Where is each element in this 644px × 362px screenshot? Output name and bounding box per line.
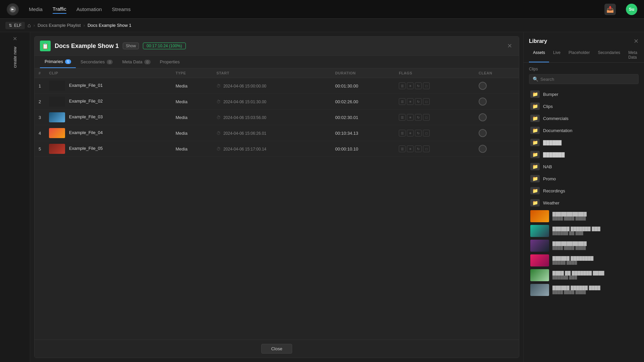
folder-item[interactable]: 📁 Clips: [529, 100, 639, 112]
folder-item[interactable]: 📁 Weather: [529, 197, 639, 209]
media-item[interactable]: ████████████ ████ ████ ████: [529, 238, 639, 253]
home-icon[interactable]: ⌂: [28, 22, 31, 28]
folder-name: Bumper: [543, 92, 558, 97]
flag-icon-1[interactable]: ☰: [399, 82, 406, 89]
flag-icon-1[interactable]: ☰: [399, 114, 406, 121]
breadcrumb-show[interactable]: Docs Example Show 1: [88, 23, 131, 28]
breadcrumb-playlist[interactable]: Docs Example Playlist: [38, 23, 81, 28]
left-panel: ✕ create new: [0, 32, 30, 362]
flag-icon-1[interactable]: ☰: [399, 98, 406, 105]
inbox-button[interactable]: 📥: [604, 4, 616, 15]
folder-item[interactable]: 📁 NAB: [529, 161, 639, 173]
row-duration: 00:02:30.01: [331, 110, 395, 125]
tab-metadata[interactable]: Meta Data 0: [117, 56, 155, 68]
user-avatar[interactable]: Su: [626, 4, 637, 15]
media-thumbnail: [530, 269, 549, 281]
folder-item[interactable]: 📁 ██████: [529, 136, 639, 148]
folder-item[interactable]: 📁 Bumper: [529, 88, 639, 100]
top-navigation: Media Traffic Automation Streams 📥 Su: [0, 0, 644, 19]
media-info: ██████ ███████ ███ ██████ ██ ███: [552, 227, 637, 235]
table-row[interactable]: 5 Example_File_05 Media ⏱ 2024-04-06 15:…: [35, 141, 519, 157]
clean-circle[interactable]: [479, 145, 487, 153]
nav-media[interactable]: Media: [29, 5, 43, 13]
clips-table-container: # CLIP TYPE START DURATION FLAGS CLEAN 1…: [35, 68, 519, 340]
media-name: ████████████: [552, 241, 637, 246]
flag-icon-4[interactable]: □: [423, 98, 430, 105]
media-item[interactable]: ██████ ██████ ████ ████ ████ ████: [529, 283, 639, 297]
media-item[interactable]: ██████ ███████ ███ ██████ ██ ███: [529, 224, 639, 238]
table-row[interactable]: 3 Example_File_03 Media ⏱ 2024-04-06 15:…: [35, 110, 519, 125]
nav-traffic[interactable]: Traffic: [53, 5, 66, 14]
lib-tab-metadata[interactable]: Meta Data: [624, 48, 641, 62]
flag-icon-3[interactable]: ↻: [415, 98, 422, 105]
folder-item[interactable]: 📁 Promo: [529, 173, 639, 185]
row-num: 5: [35, 141, 45, 157]
table-row[interactable]: 1 Example_File_01 Media ⏱ 2024-04-06 15:…: [35, 78, 519, 94]
lib-tab-assets[interactable]: Assets: [529, 48, 549, 62]
clock-icon: ⏱: [216, 131, 221, 136]
clean-circle[interactable]: [479, 82, 487, 90]
show-badge[interactable]: Show: [123, 43, 139, 49]
library-close-button[interactable]: ✕: [634, 38, 639, 45]
clean-circle[interactable]: [479, 98, 487, 106]
row-duration: 00:01:30.00: [331, 78, 395, 94]
folder-item[interactable]: 📁 Documentation: [529, 124, 639, 136]
folder-name: Promo: [543, 176, 556, 181]
media-name: ██████ ████████: [552, 256, 637, 261]
row-type: Media: [172, 94, 213, 110]
media-info: ████████████ ████ ████ ████: [552, 241, 637, 250]
clean-circle[interactable]: [479, 129, 487, 137]
media-detail: ██████ ██ ███: [552, 231, 637, 235]
row-num: 4: [35, 125, 45, 141]
row-clip: Example_File_05: [45, 141, 171, 157]
row-start: ⏱ 2024-04-06 15:00:00.00: [212, 78, 331, 94]
tab-properties[interactable]: Properties: [155, 56, 184, 68]
flag-icon-1[interactable]: ☰: [399, 130, 406, 136]
flag-icon-4[interactable]: □: [423, 82, 430, 89]
flag-icon-4[interactable]: □: [423, 114, 430, 121]
create-new-button[interactable]: create new: [12, 43, 17, 71]
playlist-editor: 📋 Docs Example Show 1 Show 00:17:10.24 (…: [34, 36, 519, 358]
folder-item[interactable]: 📁 Recordings: [529, 185, 639, 197]
media-thumbnail: [530, 210, 549, 222]
flag-icon-2[interactable]: ✳: [407, 145, 414, 152]
flag-icon-4[interactable]: □: [423, 130, 430, 136]
flag-icon-2[interactable]: ✳: [407, 98, 414, 105]
media-thumbnail: [530, 225, 549, 237]
search-input[interactable]: [540, 77, 635, 82]
table-row[interactable]: 4 Example_File_04 Media ⏱ 2024-04-06 15:…: [35, 125, 519, 141]
flag-icon-2[interactable]: ✳: [407, 82, 414, 89]
flag-icon-1[interactable]: ☰: [399, 145, 406, 152]
flag-icon-3[interactable]: ↻: [415, 130, 422, 136]
close-editor-button[interactable]: ✕: [505, 42, 514, 50]
folder-item[interactable]: 📁 ███████: [529, 148, 639, 161]
lib-tab-secondaries[interactable]: Secondaries: [594, 48, 624, 62]
tab-primaries[interactable]: Primaries 5: [40, 56, 76, 68]
nav-automation[interactable]: Automation: [76, 5, 102, 13]
clean-circle[interactable]: [479, 113, 487, 121]
flag-icon-3[interactable]: ↻: [415, 145, 422, 152]
library-content: Clips 🔍 📁 Bumper 📁 Clips 📁 Commercials 📁…: [524, 63, 644, 362]
media-item[interactable]: ████ ██ ███████ ████ ██████ ███: [529, 268, 639, 283]
flag-icon-2[interactable]: ✳: [407, 114, 414, 121]
nav-streams[interactable]: Streams: [112, 5, 131, 13]
lib-tab-placeholder[interactable]: Placeholder: [565, 48, 594, 62]
folder-name: Commercials: [543, 116, 569, 121]
env-selector[interactable]: ⇅ ELF: [5, 22, 25, 29]
folder-item[interactable]: 📁 Commercials: [529, 112, 639, 124]
close-button[interactable]: Close: [261, 344, 292, 354]
row-flags: ☰ ✳ ↻ □: [395, 94, 475, 110]
flag-icon-3[interactable]: ↻: [415, 114, 422, 121]
flag-icon-4[interactable]: □: [423, 145, 430, 152]
tab-secondaries[interactable]: Secondaries 0: [76, 56, 117, 68]
lib-tab-live[interactable]: Live: [549, 48, 565, 62]
table-row[interactable]: 2 Example_File_02 Media ⏱ 2024-04-06 15:…: [35, 94, 519, 110]
media-item[interactable]: ██████ ████████ █████ ████: [529, 253, 639, 268]
close-left-panel-button[interactable]: ✕: [13, 36, 17, 42]
search-bar: 🔍: [529, 74, 639, 84]
flag-icon-3[interactable]: ↻: [415, 82, 422, 89]
media-item[interactable]: ████████████ ████ ████ ████: [529, 209, 639, 224]
row-start: ⏱ 2024-04-06 15:01:30.00: [212, 94, 331, 110]
flag-icon-2[interactable]: ✳: [407, 130, 414, 136]
row-clip: Example_File_04: [45, 125, 171, 141]
